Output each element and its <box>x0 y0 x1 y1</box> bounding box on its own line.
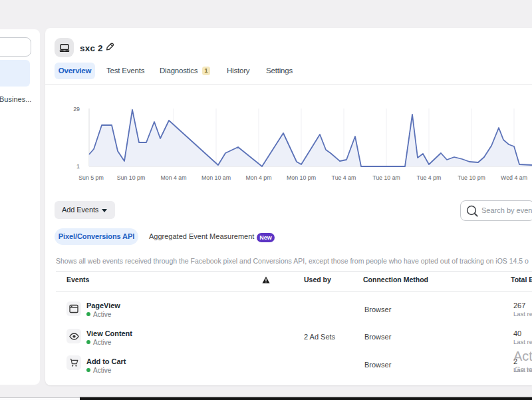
svg-text:29: 29 <box>73 106 80 112</box>
svg-text:Mon 4 am: Mon 4 am <box>160 174 186 181</box>
svg-text:Mon 10 am: Mon 10 am <box>201 174 231 181</box>
svg-text:Sun 5 pm: Sun 5 pm <box>78 174 104 181</box>
svg-text:Tue 4 am: Tue 4 am <box>332 174 356 181</box>
svg-text:1: 1 <box>76 163 80 170</box>
svg-text:Tue 10 am: Tue 10 am <box>372 174 400 181</box>
svg-text:Sun 10 pm: Sun 10 pm <box>117 174 146 181</box>
svg-text:Tue 4 pm: Tue 4 pm <box>417 174 442 181</box>
svg-text:Wed 4 am: Wed 4 am <box>501 174 527 181</box>
svg-text:Mon 4 pm: Mon 4 pm <box>245 174 271 181</box>
svg-text:Mon 10 pm: Mon 10 pm <box>287 174 316 181</box>
svg-text:Tue 10 pm: Tue 10 pm <box>458 174 485 181</box>
